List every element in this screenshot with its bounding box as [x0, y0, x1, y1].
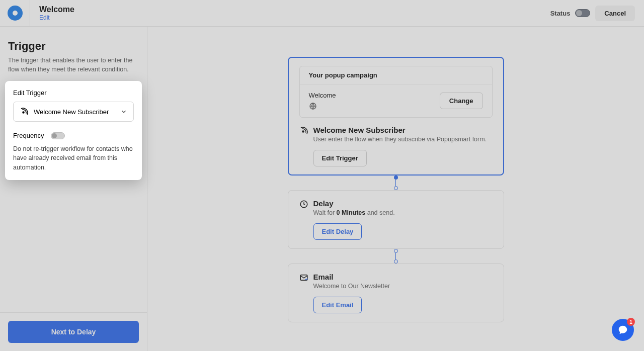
connector-line	[395, 253, 396, 259]
app-logo[interactable]	[8, 6, 23, 21]
email-node-subject: Welcome to Our Newsletter	[313, 283, 390, 290]
connector-line	[395, 180, 396, 186]
trigger-node-desc: User enter the flow when they subscribe …	[313, 136, 487, 143]
popup-campaign-box: Your popup campaign Welcome Change	[299, 66, 493, 118]
frequency-label: Frequency	[13, 132, 44, 139]
title-block: Welcome Edit	[30, 5, 74, 21]
globe-icon	[309, 102, 317, 110]
trigger-select[interactable]: Welcome New Subscriber	[13, 102, 134, 122]
connector-dot-open	[394, 186, 398, 190]
page-title: Welcome	[39, 5, 74, 14]
chevron-down-icon	[120, 108, 127, 115]
connector-dot-open	[394, 259, 398, 264]
radar-icon	[299, 126, 308, 135]
delay-node-desc: Wait for 0 Minutes and send.	[313, 209, 395, 216]
email-check-icon	[299, 273, 308, 282]
edit-delay-button[interactable]: Edit Delay	[313, 223, 362, 240]
popup-campaign-title: Your popup campaign	[300, 66, 492, 84]
chat-badge: 1	[627, 318, 635, 326]
trigger-description: The trigger that enables the user to ent…	[8, 56, 139, 74]
radar-icon	[20, 107, 29, 116]
topbar: Welcome Edit Status Cancel	[0, 0, 644, 27]
side-panel: Trigger The trigger that enables the use…	[0, 27, 147, 351]
cancel-button[interactable]: Cancel	[595, 6, 635, 21]
edit-trigger-button[interactable]: Edit Trigger	[313, 150, 367, 166]
frequency-row: Frequency	[13, 132, 134, 139]
trigger-node-title: Welcome New Subscriber	[313, 126, 487, 134]
edit-trigger-label: Edit Trigger	[13, 89, 134, 97]
delay-suffix: and send.	[365, 209, 394, 216]
edit-email-button[interactable]: Edit Email	[313, 297, 362, 313]
connector-1	[394, 176, 398, 190]
delay-value: 0 Minutes	[337, 209, 366, 216]
connector-dot-open	[394, 249, 398, 253]
popup-name: Welcome	[309, 92, 336, 99]
clock-icon	[299, 200, 308, 209]
delay-node-title: Delay	[313, 199, 395, 208]
email-node-title: Email	[313, 273, 390, 281]
delay-prefix: Wait for	[313, 209, 337, 216]
svg-point-0	[23, 112, 24, 113]
change-popup-button[interactable]: Change	[440, 93, 483, 109]
status-label: Status	[550, 10, 571, 17]
email-node[interactable]: Email Welcome to Our Newsletter Edit Ema…	[288, 264, 504, 322]
frequency-toggle[interactable]	[51, 132, 65, 139]
trigger-heading: Trigger	[8, 40, 139, 53]
canvas-inner: Your popup campaign Welcome Change Welco…	[288, 57, 504, 322]
topbar-right: Status Cancel	[550, 6, 635, 21]
trigger-select-value: Welcome New Subscriber	[34, 108, 109, 116]
status-toggle[interactable]	[575, 9, 590, 17]
trigger-header: Trigger The trigger that enables the use…	[0, 27, 147, 81]
edit-trigger-card: Edit Trigger Welcome New Subscriber Freq…	[5, 81, 142, 180]
svg-point-2	[302, 131, 304, 132]
next-to-delay-button[interactable]: Next to Delay	[8, 321, 139, 343]
trigger-node[interactable]: Your popup campaign Welcome Change Welco…	[288, 57, 504, 176]
canvas: Your popup campaign Welcome Change Welco…	[147, 27, 644, 351]
edit-title-link[interactable]: Edit	[39, 14, 74, 21]
chat-launcher[interactable]: 1	[612, 319, 634, 341]
connector-dot-filled	[394, 176, 398, 180]
logo-container	[0, 0, 30, 27]
delay-node[interactable]: Delay Wait for 0 Minutes and send. Edit …	[288, 190, 504, 249]
side-footer: Next to Delay	[0, 312, 147, 351]
connector-2	[394, 249, 398, 264]
chat-icon	[617, 324, 628, 335]
frequency-description: Do not re-trigger workflow for contacts …	[13, 144, 134, 171]
